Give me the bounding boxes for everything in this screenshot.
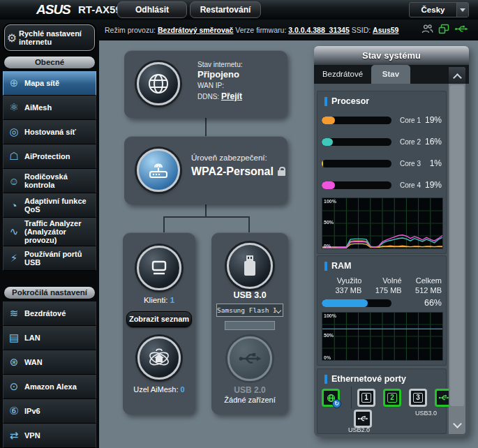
lan-icon: ▤: [3, 331, 24, 344]
sidebar-item-pouzivani-portu-usb[interactable]: ⚡Používání portů USB: [3, 246, 96, 271]
ddns-go-link[interactable]: Přejít: [221, 91, 242, 101]
usb-device-select[interactable]: Samsung Flash I: [216, 304, 283, 317]
sidebar-item-hostovana-sit[interactable]: ◎Hostovaná síť: [3, 120, 96, 144]
clients-icon[interactable]: [421, 24, 433, 34]
language-dropdown[interactable]: Česky: [409, 2, 469, 17]
internet-status-card[interactable]: Stav internetu: Připojeno WAN IP: DDNS: …: [124, 50, 287, 118]
sidebar-item-aiprotection[interactable]: ☖AiProtection: [3, 144, 96, 169]
core-percent: 19%: [425, 180, 442, 190]
aimesh-node-icon[interactable]: [137, 336, 181, 380]
system-status-panel: Stav systému Bezdrátové Stav Procesor Co…: [314, 46, 469, 437]
ram-ytick-50: 50%: [324, 333, 334, 338]
lan-port-2-icon: 2: [383, 389, 401, 407]
sidebar-item-lan[interactable]: ▤LAN: [3, 326, 96, 350]
tab-wireless[interactable]: Bezdrátové: [315, 65, 370, 84]
lan-port-number: 1: [361, 393, 371, 403]
usb2-port-icon[interactable]: [227, 336, 272, 381]
cpu-section-title: Procesor: [324, 96, 369, 106]
usb-capacity-bar: [225, 321, 275, 330]
network-map-icon: ⊕: [3, 77, 24, 89]
ethernet-section: Ethernetové porty ↻ 123: [317, 368, 447, 434]
core-usage-bar: [322, 160, 391, 167]
scroll-down-button[interactable]: [449, 416, 465, 434]
sidebar-item-amazon-alexa[interactable]: ⊙Amazon Alexa: [3, 375, 96, 399]
ssid-label: SSID:: [352, 26, 371, 34]
traffic-waveform-icon: ∿: [3, 225, 24, 238]
quick-internet-setup-button[interactable]: ⚙ Rychlé nastavení internetu: [4, 24, 95, 51]
clients-count: 1: [170, 296, 174, 304]
connector-line: [163, 216, 250, 218]
core-usage-bar: [322, 117, 391, 124]
aimesh-node-count: 0: [181, 385, 185, 394]
usb2-port-label: USB2.0: [348, 426, 370, 433]
ethernet-section-title: Ethernetové porty: [324, 374, 406, 384]
ram-total-value: 512 MB: [402, 285, 442, 295]
port-divider: [351, 387, 352, 409]
globe-icon: [137, 62, 180, 105]
aimesh-node-label: Uzel AiMesh:: [133, 385, 178, 394]
sidebar-item-mapa-site[interactable]: ⊕Mapa sítě: [3, 71, 96, 96]
core-usage-fill: [322, 138, 333, 146]
usb3-flash-drive-icon[interactable]: [227, 243, 273, 289]
cpu-ytick-100: 100%: [324, 199, 336, 204]
usb-card[interactable]: USB 3.0 Samsung Flash I USB 2.0 Žádné za…: [211, 232, 288, 415]
usb-device-icon[interactable]: [454, 24, 468, 33]
sidebar-item-rodicovska-kontrola[interactable]: ☺Rodičovská kontrola: [3, 169, 96, 193]
ram-usage-bar: [322, 299, 391, 307]
cpu-ytick-0: 0%: [324, 244, 331, 248]
connector-line: [163, 216, 165, 232]
sidebar-item-traffic-analyzer[interactable]: ∿Traffic Analyzer (Analyzátor provozu): [3, 218, 96, 246]
alexa-icon: ⊙: [3, 380, 24, 393]
lock-icon: [278, 170, 285, 176]
panel-scrollbar[interactable]: [449, 67, 465, 434]
firmware-label: Verze firmwaru:: [235, 26, 286, 34]
core-label: Core 4: [400, 181, 425, 189]
sidebar-sections: Obecné⊕Mapa sítě⚛AiMesh◎Hostovaná síť☖Ai…: [0, 57, 99, 448]
sidebar-item-wan[interactable]: ⊛WAN: [3, 350, 96, 375]
sidebar-item-aimesh[interactable]: ⚛AiMesh: [3, 96, 96, 120]
sidebar-item-vpn[interactable]: ⇄VPN: [3, 424, 96, 448]
reboot-button[interactable]: Restartování: [190, 1, 261, 18]
aimesh-icon: ⚛: [3, 101, 24, 114]
security-card[interactable]: Úroveň zabezpečení: WPA2-Personal: [124, 136, 287, 204]
core-percent: 1%: [425, 158, 442, 168]
clients-monitor-icon[interactable]: [137, 246, 181, 290]
wired-device-icon[interactable]: [438, 24, 449, 34]
sidebar-item-label: Amazon Alexa: [24, 382, 78, 391]
usb-device-name: Samsung Flash I: [217, 306, 276, 314]
wireless-icon: ≋: [3, 307, 24, 320]
core-row-2: Core 216%: [322, 133, 442, 151]
scroll-thumb[interactable]: [450, 85, 464, 406]
panel-title: Stav systému: [314, 46, 469, 65]
sidebar-item-label: IPv6: [24, 407, 42, 415]
parental-controls-icon: ☺: [3, 175, 24, 187]
wan-ip-label: WAN IP:: [197, 82, 224, 89]
sidebar-item-adaptivni-funkce-qos[interactable]: ◔Adaptivní funkce QoS: [3, 193, 96, 218]
sidebar-item-bezdratove[interactable]: ≋Bezdrátové: [3, 301, 96, 326]
core-percent: 16%: [425, 137, 442, 147]
ddns-label: DDNS:: [197, 93, 219, 100]
ram-percent: 66%: [391, 298, 442, 308]
language-dropdown-arrow[interactable]: [456, 3, 468, 17]
sidebar-item-ipv6[interactable]: ⑥IPv6: [3, 399, 96, 424]
mode-link[interactable]: Bezdrátový směrovač: [158, 26, 234, 34]
sidebar-item-label: Rodičovská kontrola: [24, 172, 96, 189]
scroll-up-button[interactable]: [449, 67, 465, 84]
view-list-button[interactable]: Zobrazit seznam: [126, 311, 192, 327]
panel-content: Procesor Core 119%Core 216%Core 31%Core …: [314, 84, 469, 437]
ram-free-value: 175 MB: [361, 285, 401, 295]
usb2-title: USB 2.0: [211, 385, 288, 395]
core-percent: 19%: [425, 115, 442, 125]
top-bar: ASUS RT-AX59U Odhlásit Restartování Česk…: [0, 0, 478, 20]
shield-icon: ☖: [3, 150, 24, 163]
logout-button[interactable]: Odhlásit: [117, 1, 187, 18]
clients-card[interactable]: Klienti: 1 Zobrazit seznam Uzel AiMesh: …: [123, 232, 195, 415]
mode-label: Režim provozu:: [105, 26, 156, 34]
sidebar-section-header: Pokročilá nastavení: [4, 287, 95, 299]
ssid-link[interactable]: Asus59: [373, 26, 398, 34]
internet-status-label: Stav internetu:: [197, 60, 242, 69]
router-admin-page: ASUS RT-AX59U Odhlásit Restartování Česk…: [0, 0, 478, 448]
tab-status[interactable]: Stav: [371, 65, 410, 84]
security-level-value: WPA2-Personal: [191, 165, 274, 178]
firmware-link[interactable]: 3.0.0.4.388_31345: [288, 26, 350, 34]
